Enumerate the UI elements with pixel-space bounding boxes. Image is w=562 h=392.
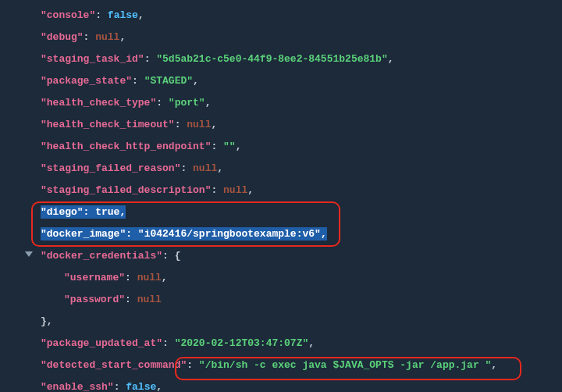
colon: : [125,294,137,305]
json-value: "/bin/sh -c exec java $JAVA_OPTS -jar /a… [199,359,491,371]
colon: : [132,75,144,87]
highlighted-text: "docker_image": "i042416/springbootexamp… [41,227,327,241]
json-line-docker-image: "docker_image": "i042416/springbootexamp… [41,223,562,245]
comma: , [138,9,144,21]
json-key: "docker_image" [41,228,126,240]
json-line-health-check-timeout: "health_check_timeout": null, [41,114,562,136]
json-line-package-state: "package_state": "STAGED", [41,70,562,92]
comma: , [193,75,199,87]
json-key: "console" [41,9,95,21]
comma: , [205,97,212,109]
json-line-password: "password": null [41,289,562,311]
expand-collapse-icon[interactable] [25,251,33,257]
json-value: "STAGED" [144,75,193,87]
json-line-staging-failed-reason: "staging_failed_reason": null, [41,158,562,180]
json-key: "health_check_timeout" [41,119,175,130]
json-key: "detected_start_command" [41,359,187,371]
json-code-block: "console": false, "debug": null, "stagin… [0,0,562,392]
json-value: "5d5ab21c-c5e0-44f9-8ee2-84551b25e81b" [156,53,387,65]
json-value: null [223,184,247,196]
json-key: "debug" [41,31,84,43]
json-key: "enable_ssh" [41,381,114,392]
json-value: "port" [169,97,205,109]
json-value: "" [223,141,236,152]
colon: : [95,9,108,21]
json-value: "2020-02-12T03:47:07Z" [175,337,309,349]
colon: : [187,359,199,371]
json-line-health-check-type: "health_check_type": "port", [41,92,562,114]
json-key: "staging_failed_reason" [41,162,180,174]
comma: , [388,53,394,65]
json-value: null [193,162,217,174]
json-line-docker-credentials[interactable]: "docker_credentials": { [41,245,562,267]
colon: : [211,184,223,196]
json-line-staging-failed-description: "staging_failed_description": null, [41,180,562,201]
colon: : [175,119,187,130]
json-line-package-updated-at: "package_updated_at": "2020-02-12T03:47:… [41,333,562,355]
comma: , [156,381,162,392]
json-value: null [187,119,211,130]
json-line-username: "username": null, [41,267,562,289]
close-brace: }, [41,315,53,327]
json-line-console: "console": false, [41,5,562,27]
json-value: null [137,294,162,305]
json-line-health-check-http-endpoint: "health_check_http_endpoint": "", [41,136,562,158]
colon: : [144,53,157,65]
json-key: "staging_failed_description" [41,184,211,196]
comma: , [211,119,217,130]
json-value: null [137,272,162,283]
json-line-detected-start-command: "detected_start_command": "/bin/sh -c ex… [41,355,562,376]
json-key: "package_updated_at" [41,337,162,349]
json-value: false [126,381,156,392]
json-key: "password" [64,294,125,305]
comma: , [217,162,223,174]
colon: : [156,97,169,109]
json-value: null [95,31,119,43]
colon: : [211,141,223,152]
json-key: "username" [64,272,125,283]
json-value: true [95,206,119,218]
colon: : [162,250,175,262]
json-line-enable-ssh: "enable_ssh": false, [41,376,562,392]
json-key: "health_check_http_endpoint" [41,141,211,152]
comma: , [236,141,242,152]
open-brace: { [175,250,181,262]
json-line-debug: "debug": null, [41,27,562,48]
json-value: "i042416/springbootexample:v6" [138,228,321,240]
json-key: "diego" [41,206,84,218]
comma: , [491,359,497,371]
json-line-diego: "diego": true, [41,201,562,223]
highlighted-text: "diego": true, [41,205,126,219]
json-key: "docker_credentials" [41,250,162,262]
comma: , [162,272,168,283]
colon: : [162,337,175,349]
json-key: "health_check_type" [41,97,156,109]
json-line-staging-task-id: "staging_task_id": "5d5ab21c-c5e0-44f9-8… [41,48,562,70]
comma: , [321,228,327,240]
json-line-close: }, [41,311,562,333]
colon: : [84,31,96,43]
colon: : [84,206,96,218]
comma: , [119,206,126,218]
colon: : [125,272,137,283]
json-key: "staging_task_id" [41,53,144,65]
comma: , [119,31,126,43]
colon: : [114,381,126,392]
colon: : [126,228,138,240]
comma: , [247,184,254,196]
comma: , [308,337,315,349]
colon: : [180,162,193,174]
json-value: false [108,9,138,21]
json-key: "package_state" [41,75,132,87]
